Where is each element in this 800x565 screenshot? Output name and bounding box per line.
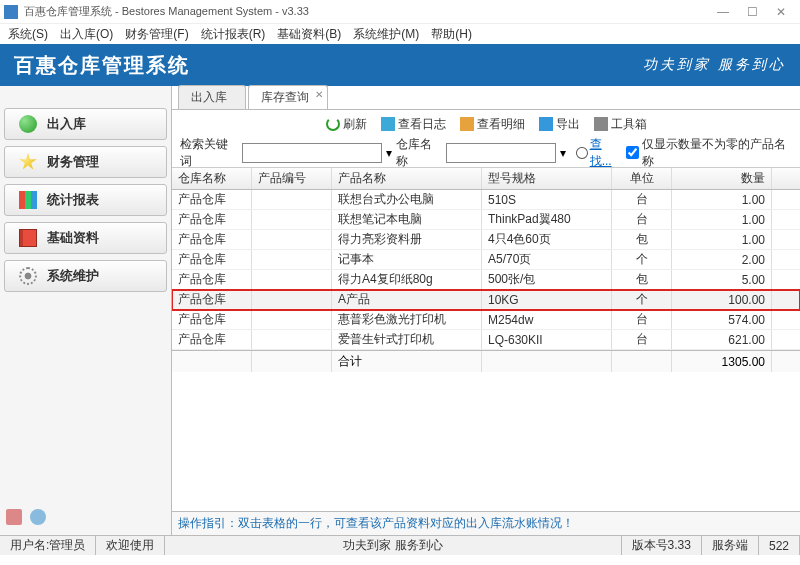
footer-label: 合计 <box>332 351 482 372</box>
hint-text: 操作指引：双击表格的一行，可查看该产品资料对应的出入库流水账情况！ <box>172 511 800 535</box>
status-count: 522 <box>759 536 800 555</box>
status-welcome: 欢迎使用 <box>96 536 165 555</box>
table-row[interactable]: 产品仓库 得力A4复印纸80g 500张/包 包 5.00 <box>172 270 800 290</box>
col-name[interactable]: 产品名称 <box>332 168 482 189</box>
keyword-label: 检索关键词 <box>180 136 238 170</box>
brand-slogan: 功夫到家 服务到心 <box>643 56 786 74</box>
status-center: 功夫到家 服务到心 <box>165 536 621 555</box>
col-code[interactable]: 产品编号 <box>252 168 332 189</box>
warehouse-input[interactable] <box>446 143 556 163</box>
table-header: 仓库名称 产品编号 产品名称 型号规格 单位 数量 <box>172 168 800 190</box>
find-link[interactable]: 查找... <box>576 136 622 170</box>
menu-item[interactable]: 基础资料(B) <box>277 26 341 43</box>
table-row[interactable]: 产品仓库 爱普生针式打印机 LQ-630KII 台 621.00 <box>172 330 800 350</box>
sidebar-item[interactable]: 统计报表 <box>4 184 167 216</box>
ti-refresh-icon <box>326 117 340 131</box>
col-warehouse[interactable]: 仓库名称 <box>172 168 252 189</box>
exit-icon[interactable] <box>6 509 22 525</box>
toolbar-button[interactable]: 查看日志 <box>381 116 446 133</box>
ic-chart-icon <box>19 191 37 209</box>
search-icon <box>576 147 588 159</box>
table-row[interactable]: 产品仓库 记事本 A5/70页 个 2.00 <box>172 250 800 270</box>
toolbar-button[interactable]: 查看明细 <box>460 116 525 133</box>
menu-bar: 系统(S)出入库(O)财务管理(F)统计报表(R)基础资料(B)系统维护(M)帮… <box>0 24 800 44</box>
table-row[interactable]: 产品仓库 A产品 10KG 个 100.00 <box>172 290 800 310</box>
ti-tools-icon <box>594 117 608 131</box>
brand-title: 百惠仓库管理系统 <box>14 52 190 79</box>
tab-close-icon[interactable]: ✕ <box>315 89 323 100</box>
ti-export-icon <box>539 117 553 131</box>
table-footer: 合计 1305.00 <box>172 350 800 372</box>
table-row[interactable]: 产品仓库 惠普彩色激光打印机 M254dw 台 574.00 <box>172 310 800 330</box>
menu-item[interactable]: 帮助(H) <box>431 26 472 43</box>
menu-item[interactable]: 系统(S) <box>8 26 48 43</box>
ic-gear-icon <box>19 267 37 285</box>
toolbar: 刷新查看日志查看明细导出工具箱 <box>172 110 800 138</box>
ic-green-icon <box>19 115 37 133</box>
window-controls: — ☐ ✕ <box>717 5 796 19</box>
warehouse-dropdown-icon[interactable]: ▾ <box>560 146 566 160</box>
footer-total: 1305.00 <box>672 351 772 372</box>
sidebar-bottom-icons <box>4 503 167 531</box>
table-row[interactable]: 产品仓库 联想笔记本电脑 ThinkPad翼480 台 1.00 <box>172 210 800 230</box>
table-row[interactable]: 产品仓库 得力亮彩资料册 4只4色60页 包 1.00 <box>172 230 800 250</box>
maximize-button[interactable]: ☐ <box>747 5 758 19</box>
keyword-input[interactable] <box>242 143 382 163</box>
ic-star-icon <box>19 153 37 171</box>
menu-item[interactable]: 财务管理(F) <box>125 26 188 43</box>
sidebar-item[interactable]: 系统维护 <box>4 260 167 292</box>
content-area: 出入库库存查询✕ 刷新查看日志查看明细导出工具箱 检索关键词 ▾ 仓库名称 ▾ … <box>172 86 800 535</box>
col-spec[interactable]: 型号规格 <box>482 168 612 189</box>
inventory-table: 仓库名称 产品编号 产品名称 型号规格 单位 数量 产品仓库 联想台式办公电脑 … <box>172 168 800 511</box>
window-title: 百惠仓库管理系统 - Bestores Management System - … <box>24 4 717 19</box>
keyword-dropdown-icon[interactable]: ▾ <box>386 146 392 160</box>
status-version: 版本号3.33 <box>622 536 702 555</box>
reload-icon[interactable] <box>30 509 46 525</box>
nonzero-checkbox[interactable] <box>626 146 639 159</box>
tab[interactable]: 库存查询✕ <box>248 85 328 109</box>
nonzero-label: 仅显示数量不为零的产品名称 <box>642 136 792 170</box>
sidebar-item[interactable]: 出入库 <box>4 108 167 140</box>
app-banner: 百惠仓库管理系统 功夫到家 服务到心 <box>0 44 800 86</box>
search-bar: 检索关键词 ▾ 仓库名称 ▾ 查找... 仅显示数量不为零的产品名称 <box>172 138 800 168</box>
status-bar: 用户名:管理员 欢迎使用 功夫到家 服务到心 版本号3.33 服务端 522 <box>0 535 800 555</box>
toolbar-button[interactable]: 工具箱 <box>594 116 647 133</box>
status-server: 服务端 <box>702 536 759 555</box>
menu-item[interactable]: 系统维护(M) <box>353 26 419 43</box>
sidebar: 出入库财务管理统计报表基础资料系统维护 <box>0 86 172 535</box>
sidebar-item[interactable]: 基础资料 <box>4 222 167 254</box>
menu-item[interactable]: 出入库(O) <box>60 26 113 43</box>
ic-book-icon <box>19 229 37 247</box>
sidebar-item[interactable]: 财务管理 <box>4 146 167 178</box>
tab-bar: 出入库库存查询✕ <box>172 86 800 110</box>
table-row[interactable]: 产品仓库 联想台式办公电脑 510S 台 1.00 <box>172 190 800 210</box>
status-user: 用户名:管理员 <box>0 536 96 555</box>
menu-item[interactable]: 统计报表(R) <box>201 26 266 43</box>
title-bar: 百惠仓库管理系统 - Bestores Management System - … <box>0 0 800 24</box>
minimize-button[interactable]: — <box>717 5 729 19</box>
close-button[interactable]: ✕ <box>776 5 786 19</box>
app-icon <box>4 5 18 19</box>
ti-detail-icon <box>460 117 474 131</box>
ti-log-icon <box>381 117 395 131</box>
warehouse-label: 仓库名称 <box>396 136 442 170</box>
toolbar-button[interactable]: 刷新 <box>326 116 367 133</box>
toolbar-button[interactable]: 导出 <box>539 116 580 133</box>
col-qty[interactable]: 数量 <box>672 168 772 189</box>
tab[interactable]: 出入库 <box>178 85 246 109</box>
col-unit[interactable]: 单位 <box>612 168 672 189</box>
